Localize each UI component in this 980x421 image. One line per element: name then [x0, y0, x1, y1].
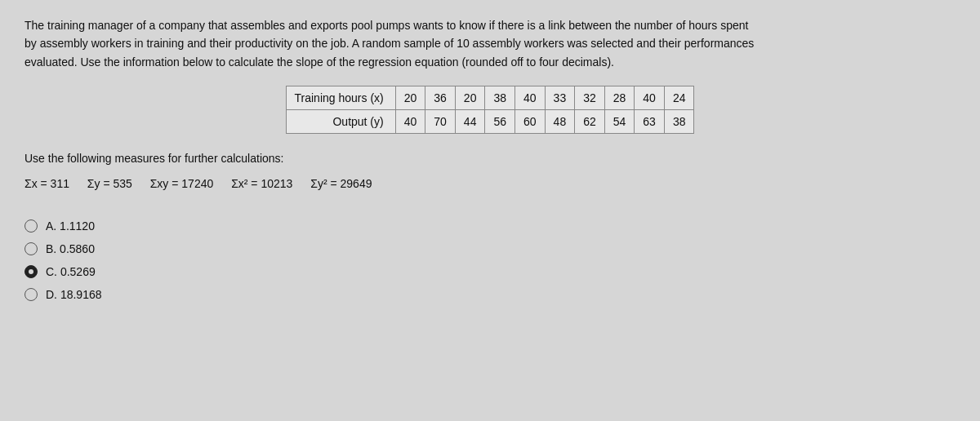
radio-a[interactable] — [24, 219, 38, 233]
option-a[interactable]: A. 1.1120 — [24, 219, 956, 233]
x-val-9: 40 — [635, 86, 665, 110]
x-val-4: 38 — [485, 86, 515, 110]
answer-options: A. 1.1120 B. 0.5860 C. 0.5269 D. 18.9168 — [24, 219, 956, 301]
data-table: Training hours (x) 20 36 20 38 40 33 32 … — [286, 86, 695, 134]
option-c-label: C. 0.5269 — [46, 265, 96, 278]
question-paragraph: The training manager of a company that a… — [24, 16, 760, 71]
x-val-10: 24 — [664, 86, 694, 110]
radio-b[interactable] — [24, 242, 38, 255]
option-a-label: A. 1.1120 — [46, 219, 95, 233]
x-val-1: 20 — [395, 86, 425, 110]
x-label: Training hours (x) — [286, 86, 395, 110]
y-val-5: 60 — [515, 110, 546, 134]
option-b[interactable]: B. 0.5860 — [24, 242, 956, 255]
sum-y2: Σy² = 29649 — [310, 177, 372, 190]
y-val-6: 48 — [545, 110, 575, 134]
y-val-4: 56 — [485, 110, 515, 134]
sum-x: Σx = 311 — [24, 177, 69, 190]
y-label: Output (y) — [286, 110, 395, 134]
y-val-9: 63 — [635, 110, 665, 134]
option-c[interactable]: C. 0.5269 — [24, 265, 956, 278]
x-val-6: 33 — [545, 86, 575, 110]
x-val-2: 36 — [425, 86, 456, 110]
x-val-8: 28 — [604, 86, 635, 110]
x-val-5: 40 — [515, 86, 546, 110]
y-val-10: 38 — [664, 110, 694, 134]
x-val-3: 20 — [455, 86, 485, 110]
y-val-7: 62 — [575, 110, 605, 134]
measures-section: Use the following measures for further c… — [24, 148, 956, 194]
option-d-label: D. 18.9168 — [46, 288, 102, 301]
sum-y: Σy = 535 — [87, 177, 132, 190]
y-val-3: 44 — [455, 110, 485, 134]
x-val-7: 32 — [575, 86, 605, 110]
radio-d[interactable] — [24, 288, 38, 301]
table-row-y: Output (y) 40 70 44 56 60 48 62 54 63 38 — [286, 110, 694, 134]
sum-x2: Σx² = 10213 — [231, 177, 292, 190]
radio-c[interactable] — [24, 265, 38, 278]
data-table-wrapper: Training hours (x) 20 36 20 38 40 33 32 … — [24, 86, 956, 134]
y-val-2: 70 — [425, 110, 456, 134]
y-val-1: 40 — [395, 110, 425, 134]
y-val-8: 54 — [604, 110, 635, 134]
table-row-x: Training hours (x) 20 36 20 38 40 33 32 … — [286, 86, 694, 110]
sum-xy: Σxy = 17240 — [150, 177, 214, 190]
option-d[interactable]: D. 18.9168 — [24, 288, 956, 301]
option-b-label: B. 0.5860 — [46, 242, 95, 255]
measures-label: Use the following measures for further c… — [24, 148, 956, 169]
measures-values: Σx = 311 Σy = 535 Σxy = 17240 Σx² = 1021… — [24, 174, 956, 194]
